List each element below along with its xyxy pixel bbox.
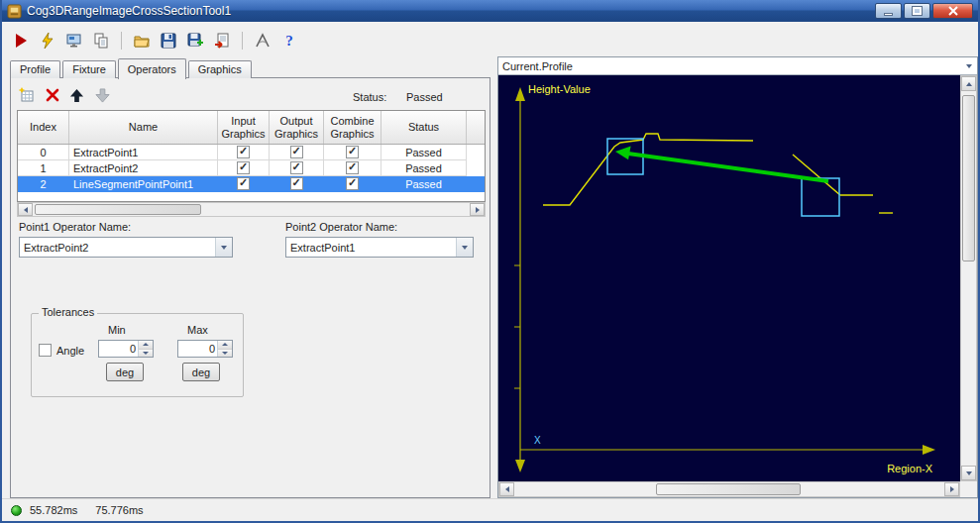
tab-operators[interactable]: Operators [118,58,186,79]
scroll-down-button[interactable] [961,466,976,480]
tab-graphics[interactable]: Graphics [188,60,252,78]
arrow-up-icon [143,343,149,346]
arrow-left-icon [24,207,28,213]
app-icon[interactable] [7,4,22,19]
save-button[interactable] [158,30,179,52]
status-label: Status: [353,91,386,103]
column-header[interactable]: Index [18,111,69,144]
max-label: Max [187,324,208,336]
display-tool-button[interactable] [63,30,85,52]
point1-operator-combo[interactable]: ExtractPoint2 [19,237,233,258]
y-axis-arrow-icon [515,87,525,101]
copy-icon [93,33,109,49]
scroll-right-button[interactable] [944,482,959,496]
spin-up-button[interactable] [139,341,153,350]
spin-down-button[interactable] [139,350,153,358]
run-icon [13,33,29,49]
total-time: 75.776ms [95,504,143,516]
tab-fixture[interactable]: Fixture [62,60,116,78]
angle-label: Angle [56,345,84,357]
point2-operator-label: Point2 Operator Name: [285,221,397,233]
scroll-left-button[interactable] [499,482,514,496]
run-button[interactable] [10,30,32,52]
scrollbar-thumb[interactable] [35,204,201,215]
profile-plot: Height-Value Region-X X [498,75,960,481]
save-icon [161,33,176,49]
chevron-down-icon[interactable] [456,238,473,257]
close-icon [948,6,958,16]
index-cell: 2 [18,176,69,192]
titlebar[interactable]: Cog3DRangeImageCrossSectionTool1 [2,0,978,22]
maximize-button[interactable] [904,3,930,19]
tool-window: Cog3DRangeImageCrossSectionTool1 [0,0,980,523]
toolbar-separator [242,32,243,50]
delete-operator-button[interactable] [43,85,62,105]
combine-graphics-checkbox-icon[interactable] [346,161,359,174]
plot-hscrollbar[interactable] [498,481,960,497]
column-header[interactable]: Input Graphics [218,111,270,144]
move-up-button[interactable] [66,85,86,105]
arrow-left-icon [505,486,509,492]
table-row[interactable]: 1 ExtractPoint2 Passed [18,160,485,176]
measure-button[interactable] [252,30,273,52]
point2-marker[interactable] [802,178,839,216]
save-results-button[interactable] [184,30,206,52]
profile-plot-display[interactable]: Height-Value Region-X X [498,75,960,481]
table-header-row: Index Name Input Graphics Output Graphic… [18,111,485,145]
table-row-selected[interactable]: 2 LineSegmentPointPoint1 Passed [18,176,485,192]
move-down-button[interactable] [92,85,112,105]
import-button[interactable] [211,30,233,52]
input-graphics-checkbox-icon[interactable] [237,161,250,174]
min-unit-button[interactable]: deg [106,363,144,381]
table-hscrollbar[interactable] [17,202,486,217]
input-graphics-checkbox-icon[interactable] [237,146,250,158]
monitor-icon [66,33,82,49]
output-graphics-checkbox-icon[interactable] [290,161,303,174]
help-button[interactable]: ? [278,30,300,52]
angle-checkbox[interactable] [39,344,52,357]
combine-graphics-checkbox-icon[interactable] [346,146,359,158]
record-selector-combo[interactable]: Current.Profile [498,57,977,75]
help-icon: ? [285,33,293,50]
column-header[interactable]: Status [381,111,467,144]
scroll-up-button[interactable] [961,76,976,91]
run-time: 55.782ms [30,504,77,516]
tab-profile[interactable]: Profile [10,60,60,78]
add-operator-button[interactable] [17,85,37,105]
max-unit-button[interactable]: deg [182,363,220,381]
scrollbar-thumb[interactable] [962,95,975,262]
arrow-down-icon [143,352,149,355]
input-graphics-checkbox-icon[interactable] [237,177,250,190]
scrollbar-thumb[interactable] [656,483,801,495]
maximize-icon [913,7,922,15]
output-graphics-checkbox-icon[interactable] [290,146,303,158]
copy-results-button[interactable] [90,30,112,52]
point1-operator-value: ExtractPoint2 [20,242,215,254]
electric-run-button[interactable] [37,30,58,52]
scroll-left-button[interactable] [18,203,33,216]
toolbar-separator [121,32,122,50]
open-button[interactable] [131,30,153,52]
point2-operator-combo[interactable]: ExtractPoint1 [285,237,474,258]
open-folder-icon [134,33,150,49]
scroll-right-button[interactable] [470,203,485,216]
graphics-panel: Current.Profile Height-Value Region-X X [497,56,978,498]
column-header[interactable]: Output Graphics [270,111,324,144]
chevron-down-icon[interactable] [966,64,972,68]
angle-max-spinner[interactable]: 0 [177,340,233,358]
column-header[interactable]: Combine Graphics [324,111,381,144]
table-row[interactable]: 0 ExtractPoint1 Passed [18,145,485,160]
chevron-down-icon[interactable] [215,238,232,257]
spin-down-button[interactable] [218,350,232,358]
plot-vscrollbar[interactable] [960,75,977,481]
column-header[interactable]: Name [69,111,218,144]
angle-max-value: 0 [178,341,217,357]
minimize-button[interactable] [875,3,902,19]
close-button[interactable] [932,3,973,19]
arrow-down-icon [95,88,110,103]
output-graphics-checkbox-icon[interactable] [290,177,303,190]
arrow-down-icon [966,471,972,475]
angle-min-spinner[interactable]: 0 [98,340,154,358]
combine-graphics-checkbox-icon[interactable] [346,177,359,190]
spin-up-button[interactable] [218,341,232,350]
